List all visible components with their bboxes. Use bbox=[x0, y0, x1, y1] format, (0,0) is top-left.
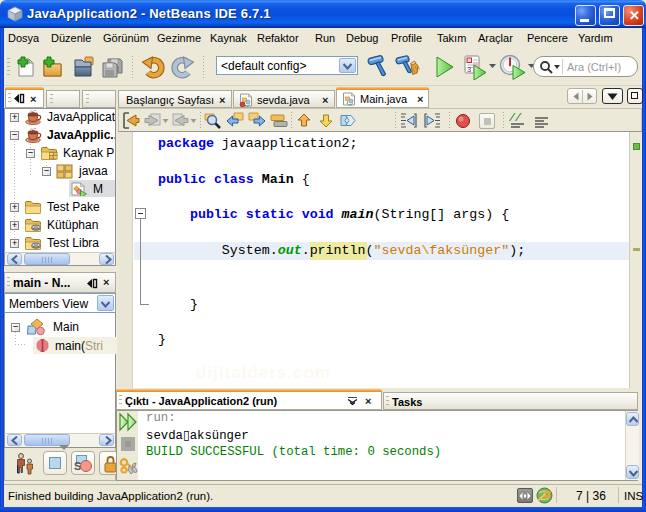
svg-text://: // bbox=[509, 113, 522, 124]
svg-text:3: 3 bbox=[467, 65, 471, 74]
